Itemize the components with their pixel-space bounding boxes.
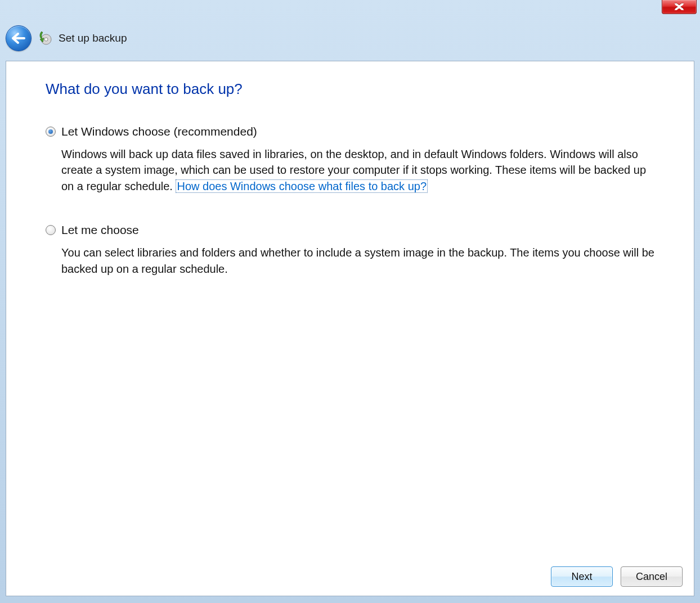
radio-icon — [46, 127, 56, 137]
close-icon — [674, 3, 684, 10]
cancel-button[interactable]: Cancel — [621, 566, 683, 587]
radio-let-me-choose[interactable]: Let me choose — [46, 223, 654, 237]
back-arrow-icon — [11, 32, 26, 44]
header: Set up backup — [0, 16, 700, 61]
option-label: Let me choose — [61, 223, 139, 237]
footer: Next Cancel — [551, 566, 683, 587]
backup-icon — [37, 30, 53, 46]
radio-let-windows-choose[interactable]: Let Windows choose (recommended) — [46, 125, 654, 138]
page-heading: What do you want to back up? — [46, 80, 654, 98]
option-description: Windows will back up data files saved in… — [61, 146, 654, 194]
option-let-me-choose: Let me choose You can select libraries a… — [46, 223, 654, 277]
option-let-windows-choose: Let Windows choose (recommended) Windows… — [46, 125, 654, 194]
back-button[interactable] — [6, 25, 32, 51]
help-link[interactable]: How does Windows choose what files to ba… — [176, 179, 428, 193]
content-panel: What do you want to back up? Let Windows… — [6, 61, 694, 596]
wizard-window: Set up backup What do you want to back u… — [0, 0, 700, 603]
header-title: Set up backup — [59, 32, 127, 44]
titlebar — [0, 0, 700, 16]
next-button[interactable]: Next — [551, 566, 613, 587]
svg-point-1 — [44, 38, 48, 41]
option-label: Let Windows choose (recommended) — [61, 125, 257, 138]
option-description: You can select libraries and folders and… — [61, 245, 654, 277]
radio-icon — [46, 225, 56, 235]
close-button[interactable] — [662, 0, 697, 14]
